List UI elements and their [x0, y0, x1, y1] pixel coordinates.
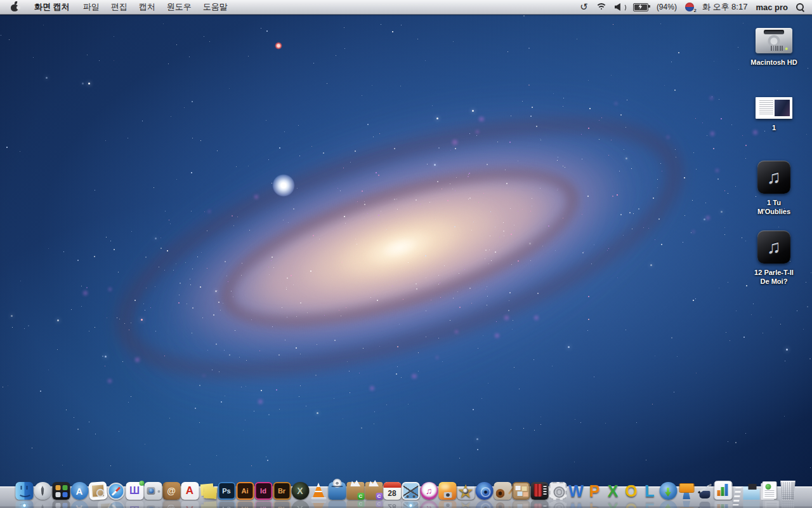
dock-item-powerpoint[interactable]: PP	[586, 482, 604, 500]
dock-item-numbers[interactable]	[714, 482, 733, 500]
stamp-app-icon	[549, 482, 566, 500]
photoshop-icon: Ps	[218, 482, 235, 500]
menu-bar: 화면 캡처 파일편집캡처원도우도움말 ↺ (94%) 2 화 오후 8:17 m…	[0, 0, 812, 15]
corkboard-app-icon	[512, 482, 530, 500]
powerpoint-reflection: P	[586, 500, 603, 508]
dock-item-imovie[interactable]: ★★	[457, 482, 475, 500]
garageband-icon	[494, 482, 511, 500]
korean-input-flag-icon[interactable]: 2	[685, 3, 694, 11]
menu-bar-status: ↺ (94%) 2 화 오후 8:17 mac pro	[580, 0, 812, 14]
address-book-reflection: @	[162, 500, 180, 508]
dock-item-toast[interactable]	[328, 482, 346, 500]
lync-icon: L	[641, 482, 658, 500]
toast-reflection	[328, 500, 346, 508]
dock-item-stickies[interactable]	[199, 482, 218, 500]
dock-item-iphoto[interactable]	[438, 482, 457, 500]
idvd-icon	[475, 482, 493, 500]
dock-item-bridge[interactable]: BrBr	[273, 482, 291, 500]
dock-item-idvd[interactable]	[475, 482, 494, 500]
dock-item-pages[interactable]	[696, 482, 714, 500]
vlc-icon	[310, 482, 327, 500]
wifi-icon[interactable]	[596, 3, 606, 11]
dock-item-corkboard-app[interactable]	[512, 482, 530, 500]
dock-item-outlook[interactable]: OO	[622, 482, 641, 500]
dock-item-photoshop[interactable]: PsPs	[218, 482, 236, 500]
trash-icon	[779, 481, 797, 500]
desktop-wallpaper	[0, 0, 812, 508]
time-machine-icon[interactable]: ↺	[580, 2, 588, 11]
garageband-reflection	[494, 500, 511, 508]
dock-item-globe-download-app[interactable]	[659, 482, 678, 500]
active-app-menu[interactable]: 화면 캡처	[30, 1, 74, 13]
dock-item-word[interactable]: WW	[567, 482, 586, 500]
volume-icon[interactable]	[615, 3, 625, 11]
dock-item-itunes[interactable]: ♫♫	[420, 482, 438, 500]
menu-item-편집[interactable]: 편집	[105, 1, 133, 13]
running-indicator	[409, 504, 412, 507]
dock-item-address-book[interactable]: @@	[162, 482, 181, 500]
dock-item-excel[interactable]: XX	[604, 482, 622, 500]
audio-icon-graphic: ♫	[757, 161, 790, 194]
dock-item-app-store[interactable]: AA	[70, 482, 89, 500]
stickies-reflection	[199, 500, 217, 508]
menu-item-원도우[interactable]: 원도우	[161, 1, 197, 13]
stuffit-expander-purple-reflection: C	[365, 500, 383, 508]
hangul-web-app-icon: Ш	[126, 482, 143, 500]
dock-item-launchpad[interactable]	[34, 482, 52, 500]
menu-item-캡처[interactable]: 캡처	[133, 1, 161, 13]
dock-items: AAШШ@@AAPsPsAiAiIdIdBrBrXXCCCC2828♫♫★★WW…	[15, 482, 797, 500]
dock-item-garageband[interactable]	[494, 482, 512, 500]
pages-icon	[696, 482, 714, 500]
document-stack-reflection	[764, 500, 779, 508]
apple-menu[interactable]	[11, 3, 19, 11]
dock-item-keynote[interactable]	[678, 482, 696, 500]
dock-item-ical[interactable]: 2828	[383, 482, 402, 500]
address-book-icon: @	[162, 482, 180, 500]
documents-folder-icon	[742, 482, 760, 500]
dock-item-grab[interactable]	[402, 482, 420, 500]
dock-item-xee[interactable]: XX	[291, 482, 310, 500]
menu-bar-clock[interactable]: 화 오후 8:17	[702, 1, 748, 13]
dock-item-illustrator[interactable]: AiAi	[236, 482, 254, 500]
dock-item-safari[interactable]	[107, 482, 126, 500]
desktop-icon-macintosh-hd[interactable]: Macintosh HD	[736, 19, 812, 67]
menu-bar-username[interactable]: mac pro	[756, 3, 788, 12]
dock-item-documents-folder[interactable]	[742, 482, 761, 500]
bright-companion-star	[272, 174, 295, 197]
dock-item-adobe-reader[interactable]: AA	[181, 482, 199, 500]
battery-icon[interactable]	[633, 3, 648, 11]
dock-item-lync[interactable]: LL	[641, 482, 659, 500]
spotlight-icon[interactable]	[796, 3, 804, 11]
dock-item-stuffit-expander-purple[interactable]: CC	[365, 482, 383, 500]
dock-item-stuffit-expander-green[interactable]: CC	[346, 482, 365, 500]
dock-item-facetime[interactable]	[144, 482, 162, 500]
adobe-reader-reflection: A	[181, 500, 199, 508]
document-stack-icon	[763, 481, 777, 499]
outlook-reflection: O	[622, 500, 640, 508]
dock-item-stamp-app[interactable]	[549, 482, 567, 500]
music-note-icon: ♫	[767, 166, 782, 188]
theater-app-reflection	[530, 500, 548, 508]
finder-icon	[15, 482, 33, 500]
dock-item-theater-app[interactable]	[530, 482, 549, 500]
desktop-icon-screenshot-file-1[interactable]: 1	[736, 97, 812, 132]
dock-item-dashboard[interactable]	[52, 482, 70, 500]
desktop-icons: Macintosh HD1♫1 TuM'Oublies♫12 Parle-T-I…	[736, 0, 812, 444]
dock-item-hangul-web-app[interactable]: ШШ	[126, 482, 144, 500]
menu-item-도움말[interactable]: 도움말	[197, 1, 233, 13]
iphoto-icon	[438, 482, 456, 500]
dock-item-trash[interactable]	[779, 482, 797, 500]
pages-reflection	[696, 500, 714, 508]
dock-item-finder[interactable]	[15, 482, 34, 500]
word-icon: W	[567, 482, 585, 500]
imovie-reflection: ★	[457, 500, 475, 508]
menu-item-파일[interactable]: 파일	[77, 1, 105, 13]
desktop-icon-audio-file-parle-t-il-de-moi[interactable]: ♫12 Parle-T-IlDe Moi?	[736, 231, 812, 286]
dock-item-vlc[interactable]	[310, 482, 328, 500]
dock-item-preview[interactable]	[89, 482, 107, 500]
dock-item-document-stack[interactable]	[761, 482, 779, 500]
illustrator-reflection: Ai	[236, 500, 254, 508]
desktop-icon-audio-file-tu-moublies[interactable]: ♫1 TuM'Oublies	[736, 161, 812, 216]
desktop-icon-label: 1 TuM'Oublies	[757, 198, 790, 216]
dock-item-indesign[interactable]: IdId	[254, 482, 273, 500]
